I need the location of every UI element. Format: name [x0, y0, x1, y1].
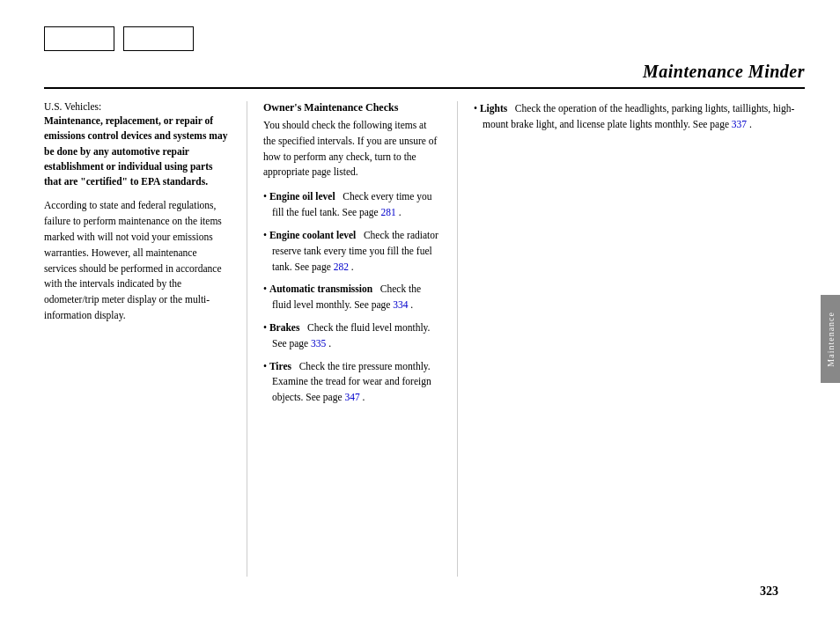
bullet-brakes: Brakes Check the fluid level monthly. Se… [263, 320, 441, 352]
bullet-tires: Tires Check the tire pressure monthly. E… [263, 359, 441, 406]
page-container: Maintenance Minder U.S. Vehicles: Mainte… [0, 0, 840, 625]
bullet-label-lights: Lights [480, 103, 507, 114]
sidebar-tab: Maintenance [821, 295, 840, 383]
nav-button-1[interactable] [44, 26, 114, 51]
bullet-label-engine-coolant: Engine coolant level [269, 230, 356, 240]
link-282[interactable]: 282 [334, 261, 349, 272]
link-337[interactable]: 337 [732, 119, 747, 129]
left-column: U.S. Vehicles: Maintenance, replacement,… [44, 101, 247, 577]
page-header: Maintenance Minder [44, 62, 805, 89]
bullet-engine-oil: Engine oil level Check every time you fi… [263, 189, 441, 221]
bullet-label-tires: Tires [269, 361, 291, 371]
right-column: Lights Check the operation of the headli… [458, 101, 805, 577]
bullet-engine-coolant: Engine coolant level Check the radiator … [263, 228, 441, 275]
bullet-lights: Lights Check the operation of the headli… [474, 101, 805, 133]
link-334[interactable]: 334 [393, 299, 408, 310]
main-content: U.S. Vehicles: Maintenance, replacement,… [44, 101, 805, 577]
page-title: Maintenance Minder [643, 62, 805, 82]
link-347[interactable]: 347 [344, 392, 359, 402]
sidebar-tab-label: Maintenance [826, 312, 836, 367]
owners-checks-heading: Owner's Maintenance Checks [263, 101, 441, 114]
bullet-auto-transmission: Automatic transmission Check the fluid l… [263, 282, 441, 313]
center-column: Owner's Maintenance Checks You should ch… [247, 101, 458, 577]
top-nav [44, 26, 805, 51]
link-335[interactable]: 335 [311, 338, 326, 349]
regulations-text: According to state and federal regulatio… [44, 198, 229, 324]
us-vehicles-label: U.S. Vehicles: [44, 101, 229, 112]
bullet-label-brakes: Brakes [269, 322, 300, 333]
owners-checks-intro: You should check the following items at … [263, 118, 441, 180]
nav-button-2[interactable] [123, 26, 194, 51]
bullet-label-engine-oil: Engine oil level [269, 191, 335, 202]
link-281[interactable]: 281 [381, 207, 396, 217]
emissions-bold-text: Maintenance, replacement, or repair of e… [44, 114, 229, 189]
bullet-label-auto-transmission: Automatic transmission [269, 283, 372, 294]
page-number: 323 [760, 585, 778, 599]
